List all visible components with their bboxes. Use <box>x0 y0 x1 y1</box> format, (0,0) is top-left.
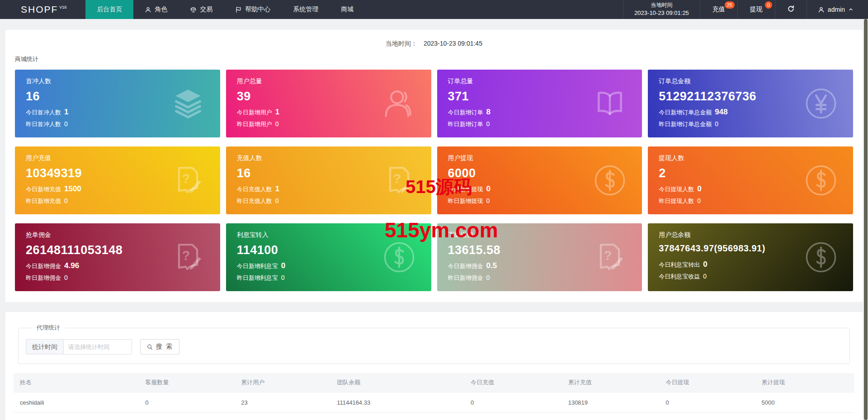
stat-card-line3-value: 0 <box>697 197 701 204</box>
stats-section-title: 商城统计 <box>5 50 863 70</box>
stat-card-line2-label: 今日新增订单 <box>448 109 483 117</box>
stat-card-line2-value: 0 <box>281 261 285 270</box>
table-row-1: ceshidalili20000000 <box>14 413 854 420</box>
refresh-icon <box>787 5 795 14</box>
table-row-0: ceshidaili02311144164.33013081905000 <box>14 392 854 413</box>
stat-card-body: 充值人数16今日充值人数1昨日充值人数0 <box>226 146 431 214</box>
stat-card-title: 用户充值 <box>26 154 209 162</box>
stat-card-11: 用户总余额37847643.97(956983.91)今日利息宝转出0今日利息宝… <box>648 223 853 291</box>
stat-card-line3-label: 昨日新增佣金 <box>26 274 61 282</box>
stat-card-title: 订单总金额 <box>659 77 842 85</box>
stat-card-line3-label: 昨日新增利息宝 <box>237 274 278 282</box>
stat-card-title: 订单总量 <box>448 77 632 85</box>
table-header-7: 累计提现 <box>755 373 854 392</box>
table-cell: 0 <box>330 413 464 420</box>
scrollbar-thumb[interactable] <box>864 19 868 420</box>
stat-card-line3-value: 0 <box>64 274 68 281</box>
withdraw-badge: 0 <box>765 1 772 9</box>
nav-item-0[interactable]: 后台首页 <box>85 0 133 19</box>
stat-card-line3-label: 昨日新增充值 <box>26 197 61 205</box>
stat-card-title: 提现人数 <box>659 154 842 162</box>
stat-card-0: 首冲人数16今日首冲人数1昨日首冲人数0 <box>15 70 220 137</box>
nav-item-3[interactable]: 帮助中心 <box>224 0 282 19</box>
user-menu[interactable]: admin <box>807 0 868 19</box>
recharge-button[interactable]: 充值 25 <box>700 0 737 19</box>
stat-card-value: 39 <box>237 90 420 104</box>
user-nav-icon <box>145 6 151 13</box>
stat-card-line2-value: 8 <box>486 108 491 117</box>
stat-card-line2-label: 今日新增佣金 <box>26 262 61 270</box>
navbar-right: 当地时间 2023-10-23 09:01:25 充值 25 提现 0 admi… <box>623 0 868 19</box>
table-cell: 0 <box>139 392 235 413</box>
withdraw-button[interactable]: 提现 0 <box>737 0 775 19</box>
stat-card-line3-label: 昨日新增佣金 <box>448 274 483 282</box>
stat-card-2: 订单总量371今日新增订单8昨日新增订单0 <box>437 70 642 137</box>
stat-card-7: 提现人数2今日提现人数0昨日提现人数0 <box>648 146 853 214</box>
stat-card-line2-label: 今日提现人数 <box>659 185 694 193</box>
local-time-value: 2023-10-23 09:01:25 <box>634 9 689 18</box>
nav-item-5[interactable]: 商城 <box>330 0 365 19</box>
recharge-label: 充值 <box>712 5 725 14</box>
stat-card-value: 26148111053148 <box>26 243 209 257</box>
stat-card-body: 首冲人数16今日首冲人数1昨日首冲人数0 <box>15 70 220 137</box>
stat-card-body: 提现人数2今日提现人数0昨日提现人数0 <box>648 146 853 214</box>
stat-time-input[interactable] <box>63 339 132 354</box>
agent-filter-row: 统计时间 搜 索 <box>26 339 849 354</box>
content-time-label: 当地时间： <box>386 40 417 47</box>
table-cell: 0 <box>562 413 660 420</box>
stat-card-value: 10349319 <box>26 166 209 180</box>
search-button-label: 搜 索 <box>156 343 173 351</box>
navbar-local-time: 当地时间 2023-10-23 09:01:25 <box>623 0 700 19</box>
page-scrollbar[interactable] <box>864 19 868 420</box>
nav-item-1[interactable]: 角色 <box>133 0 179 19</box>
stat-card-value: 6000 <box>448 166 632 180</box>
username: admin <box>828 6 845 13</box>
agent-section-legend: 代理统计 <box>32 324 65 332</box>
stat-card-value: 16 <box>237 166 420 180</box>
stat-card-line3-value: 0 <box>486 120 490 127</box>
stat-card-line3-value: 0 <box>275 120 279 127</box>
stat-card-line2-value: 0 <box>486 184 491 193</box>
table-cell: 130819 <box>562 392 660 413</box>
stat-card-line2-label: 今日新增利息宝 <box>237 262 278 270</box>
content-time-value: 2023-10-23 09:01:45 <box>424 40 482 47</box>
stat-card-line3-label: 昨日充值人数 <box>237 197 272 205</box>
table-cell: ceshidaili <box>14 392 139 413</box>
stat-card-line2-value: 0 <box>703 260 707 269</box>
table-header-2: 累计用户 <box>235 373 330 392</box>
stat-card-line2-value: 0.5 <box>486 261 497 270</box>
dashboard-page: { "navbar": { "logo": "SHOPF", "logo_ver… <box>0 0 868 420</box>
flag-icon <box>235 6 242 13</box>
logo-text: SHOPF <box>21 4 58 15</box>
stat-card-body: 订单总金额51292112376736今日新增订单总金额948昨日新增订单总金额… <box>648 70 853 137</box>
stat-card-body: 用户总量39今日新增用户1昨日新增用户0 <box>226 70 431 137</box>
nav-item-label: 系统管理 <box>293 5 318 14</box>
stat-card-line2-value: 1 <box>64 108 68 117</box>
nav-item-2[interactable]: 交易 <box>179 0 224 19</box>
stat-card-5: 充值人数16今日充值人数1昨日充值人数0? <box>226 146 431 214</box>
stat-card-1: 用户总量39今日新增用户1昨日新增用户0 <box>226 70 431 137</box>
agent-table-body: ceshidaili02311144164.33013081905000cesh… <box>14 392 854 420</box>
stat-card-body: 用户总余额37847643.97(956983.91)今日利息宝转出0今日利息宝… <box>648 223 853 291</box>
top-navbar: SHOPF V16 后台首页角色交易帮助中心系统管理商城 当地时间 2023-1… <box>0 0 868 19</box>
stat-card-title: 首冲人数 <box>26 77 209 85</box>
nav-item-label: 商城 <box>341 5 354 14</box>
watermark-1: 515源码 <box>406 175 472 199</box>
refresh-button[interactable] <box>775 0 807 19</box>
table-header-0: 姓名 <box>14 373 139 392</box>
chevron-up-icon <box>848 7 854 12</box>
nav-item-label: 角色 <box>155 5 167 14</box>
search-icon <box>146 344 153 350</box>
search-button[interactable]: 搜 索 <box>140 339 179 354</box>
table-cell: 5000 <box>755 392 854 413</box>
stat-card-3: 订单总金额51292112376736今日新增订单总金额948昨日新增订单总金额… <box>648 70 853 137</box>
stat-card-body: 抢单佣金26148111053148今日新增佣金4.96昨日新增佣金0 <box>15 223 220 291</box>
nav-item-4[interactable]: 系统管理 <box>282 0 330 19</box>
stat-card-line3-value: 0 <box>703 273 707 280</box>
table-header-6: 今日提现 <box>659 373 755 392</box>
stat-card-line2-label: 今日新增佣金 <box>448 262 483 270</box>
table-cell: 0 <box>659 413 755 420</box>
stat-card-line3-value: 0 <box>281 274 285 281</box>
stat-card-value: 16 <box>26 90 209 104</box>
stat-card-body: 订单总量371今日新增订单8昨日新增订单0 <box>437 70 642 137</box>
